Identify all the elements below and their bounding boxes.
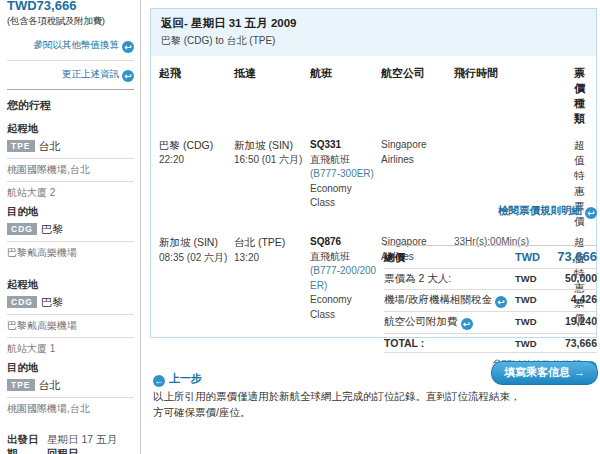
tax-info-icon[interactable]: ↩ [495, 296, 507, 308]
return-flight-header: 返回- 星期日 31 五月 2009 巴黎 (CDG) to 台北 (TPE) [151, 9, 596, 56]
origin-label: 起程地 [7, 278, 134, 292]
return-route: 巴黎 (CDG) to 台北 (TPE) [161, 34, 586, 48]
taxes-label: 機場/政府機構相關稅金 [384, 293, 492, 305]
surcharge-row: 航空公司附加費↩ TWD 19,240 [384, 312, 597, 334]
airport-code-badge: TPE [7, 379, 35, 391]
cabin-class: Economy Class [310, 293, 379, 322]
depart-city: 巴黎 (CDG) [159, 138, 232, 153]
itinerary-title: 您的行程 [7, 89, 134, 113]
total-currency: TWD [515, 251, 549, 263]
fare-review-page: TWD73,666 (包含各項稅賦及附加費) 參閱以其他幣值換算↩ 更正上述資訊… [0, 0, 600, 454]
cabin-class: Economy Class [310, 182, 379, 211]
airport-code-badge: TPE [7, 140, 35, 152]
airport-code-badge: CDG [7, 296, 37, 308]
surcharge-info-icon[interactable]: ↩ [461, 318, 473, 330]
origin-label: 起程地 [7, 122, 134, 136]
return-date-label: 回程日期 [47, 447, 87, 454]
depart-date-value: 星期日 17 五月 [47, 433, 134, 447]
fare-row: 票價為 2 大人: TWD 50,000 [384, 269, 597, 290]
flight-number: SQ876 [310, 235, 379, 250]
destination-airport: 桃園國際機場,台北 [7, 397, 134, 420]
total-price-row: 總價 TWD 73,666 [384, 245, 597, 269]
price-summary: 總價 TWD 73,666 票價為 2 大人: TWD 50,000 機場/政府… [384, 245, 597, 373]
destination-airport: 巴黎戴高樂機場 [7, 241, 134, 264]
edit-info-label: 更正上述資訊 [62, 68, 119, 79]
col-airline: 航空公司 [381, 66, 452, 126]
depart-date-label: 出發日期 [7, 433, 47, 454]
city-name: 巴黎 [41, 223, 63, 235]
arrive-time: 13:20 [234, 251, 308, 266]
city-name: 巴黎 [41, 296, 63, 308]
sidebar-total-price: TWD73,666 [7, 0, 134, 13]
origin-airport: 巴黎戴高樂機場 [7, 314, 134, 337]
currency-convert-link[interactable]: 參閱以其他幣值換算↩ [7, 39, 134, 61]
origin-city: TPE台北 [7, 139, 134, 158]
col-depart: 起飛 [159, 66, 232, 126]
depart-time: 08:35 (02 六月) [159, 251, 232, 266]
sidebar-total-note: (包含各項稅賦及附加費) [7, 15, 134, 28]
col-arrive: 抵達 [234, 66, 308, 126]
arrow-right-icon: → [574, 366, 585, 378]
itinerary-segment-2: 起程地 CDG巴黎 巴黎戴高樂機場 航站大廈 1 目的地 TPE台北 桃園國際機… [7, 278, 134, 420]
fare-detail-main: 返回- 星期日 31 五月 2009 巴黎 (CDG) to 台北 (TPE) … [150, 0, 600, 454]
col-duration: 飛行時間 [454, 66, 572, 126]
fare-disclaimer: 以上所引用的票價僅適用於新航全球網上完成的訂位記錄。直到訂位流程結束， 方可確保… [153, 388, 593, 421]
city-name: 台北 [39, 140, 61, 152]
destination-label: 目的地 [7, 205, 134, 219]
itinerary-segment-1: 起程地 TPE台北 桃園國際機場,台北 航站大廈 2 目的地 CDG巴黎 巴黎戴… [7, 122, 134, 264]
airline-name: Singapore Airlines [381, 138, 452, 229]
arrive-city: 新加坡 (SIN) [234, 138, 308, 153]
itinerary-sidebar: TWD73,666 (包含各項稅賦及附加費) 參閱以其他幣值換算↩ 更正上述資訊… [0, 0, 141, 454]
grand-total-label: TOTAL : [384, 337, 515, 349]
terminal: 航站大廈 1 [7, 337, 134, 360]
origin-airport: 桃園國際機場,台北 [7, 158, 134, 181]
fare-rules-link[interactable]: 檢閱票價規則明細↩ [498, 204, 597, 219]
flight-type: 直飛航班 [310, 153, 379, 168]
city-name: 台北 [39, 379, 61, 391]
surcharge-label: 航空公司附加費 [384, 315, 458, 327]
back-link[interactable]: ←上一步 [153, 371, 202, 387]
arrive-city: 台北 (TPE) [234, 235, 308, 250]
depart-time: 22:20 [159, 153, 232, 168]
destination-city: CDG巴黎 [7, 222, 134, 241]
aircraft-type: (B777-200/200ER) [310, 264, 379, 293]
col-fare-type: 票價種類 [574, 66, 588, 126]
taxes-row: 機場/政府機構相關稅金↩ TWD 4,426 [384, 290, 597, 312]
fare-label: 票價為 2 大人: [384, 272, 515, 286]
aircraft-type: (B777-300ER) [310, 167, 379, 182]
circle-arrow-icon: ↩ [585, 207, 597, 219]
circle-arrow-icon: ↩ [122, 41, 134, 53]
circle-arrow-icon: ↩ [122, 70, 134, 82]
grand-total-row: TOTAL : TWD 73,666 [384, 334, 597, 353]
total-label: 總價 [384, 251, 515, 265]
destination-label: 目的地 [7, 361, 134, 375]
travel-dates: 出發日期 星期日 17 五月 回程日期 星期日 31 五月 [7, 433, 134, 454]
origin-city: CDG巴黎 [7, 295, 134, 314]
terminal: 航站大廈 2 [7, 181, 134, 204]
back-arrow-icon: ← [153, 375, 165, 387]
fill-passenger-info-button[interactable]: 填寫乘客信息→ [491, 361, 598, 385]
currency-convert-label: 參閱以其他幣值換算 [34, 39, 120, 50]
col-flight: 航班 [310, 66, 379, 126]
flight-number: SQ331 [310, 138, 379, 153]
destination-city: TPE台北 [7, 378, 134, 397]
total-value: 73,666 [549, 249, 597, 264]
flight-type: 直飛航班 [310, 250, 379, 265]
return-date-title: 返回- 星期日 31 五月 2009 [161, 16, 586, 31]
depart-city: 新加坡 (SIN) [159, 235, 232, 250]
arrive-time: 16:50 (01 六月) [234, 153, 308, 168]
flight-table-header-row: 起飛 抵達 航班 航空公司 飛行時間 票價種類 [159, 62, 588, 132]
edit-info-link-top[interactable]: 更正上述資訊↩ [7, 68, 134, 89]
airport-code-badge: CDG [7, 223, 37, 235]
